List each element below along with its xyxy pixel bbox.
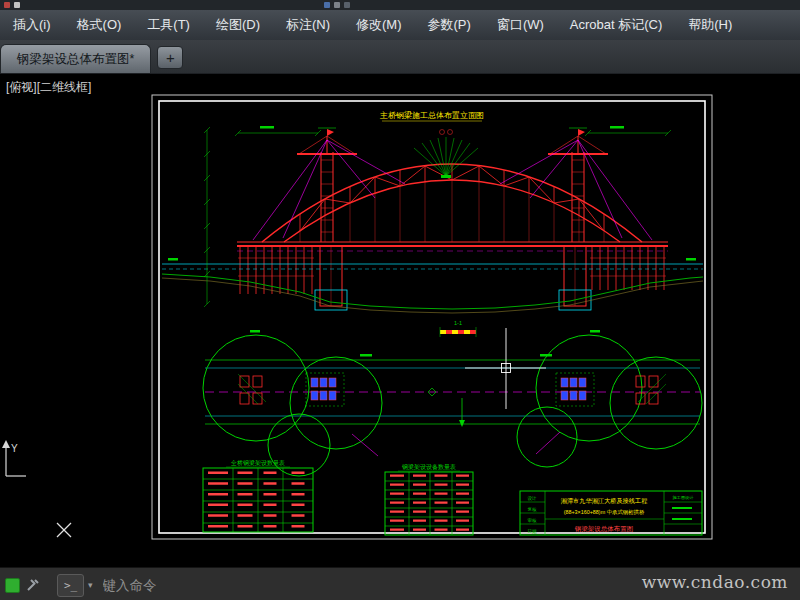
elevation-view: 1-1 [162,126,703,337]
drawing-sheet-title: 主桥钢梁施工总体布置立面图 [379,110,484,121]
watermark: www.cndao.com [642,572,788,592]
table-center-title: 钢梁架设设备数量表 [401,463,456,471]
menu-bar: 插入(i) 格式(O) 工具(T) 绘图(D) 标注(N) 修改(M) 参数(P… [0,10,800,40]
autocad-window: 插入(i) 格式(O) 工具(T) 绘图(D) 标注(N) 修改(M) 参数(P… [0,0,800,600]
dimension-chains [168,126,696,307]
menu-help[interactable]: 帮助(H) [675,10,745,40]
quantity-table-left: 全桥钢梁架设数量表 [203,459,313,532]
detail-circles [203,335,702,476]
file-tab-bar: 钢梁架设总体布置图* + [0,40,800,74]
new-tab-button[interactable]: + [157,46,183,69]
toolbar-icon-view[interactable] [344,2,350,8]
title-block-cell-review: 审核 [528,518,538,523]
menu-draw[interactable]: 绘图(D) [203,10,273,40]
water-ground-lines [162,264,703,313]
chevron-down-icon[interactable]: ▾ [88,580,93,590]
quick-access-toolbar [0,0,800,10]
file-tab-label: 钢梁架设总体布置图* [17,52,134,66]
table-left-title: 全桥钢梁架设数量表 [230,459,285,466]
toolbar-icon-blue[interactable] [324,2,330,8]
menu-modify[interactable]: 修改(M) [343,10,415,40]
menu-format[interactable]: 格式(O) [64,10,135,40]
drawing-canvas[interactable]: [俯视][二维线框] 主桥钢梁施工总体布置立面图 [0,74,800,567]
cable-crane-fan [414,130,478,179]
file-tab-active[interactable]: 钢梁架设总体布置图* [0,44,151,73]
cad-drawing: 主桥钢梁施工总体布置立面图 [0,74,800,567]
menu-acrobat[interactable]: Acrobat 标记(C) [557,10,675,40]
command-input[interactable] [101,577,425,594]
menu-tools[interactable]: 工具(T) [134,10,203,40]
title-block-cell-design: 设计 [528,495,538,501]
right-pier-cap-plan [556,373,666,406]
plan-annotations [250,330,600,456]
section-label: 1-1 [454,320,462,326]
viewport-controls[interactable]: [俯视][二维线框] [6,79,91,96]
left-pier-cap-plan [238,373,344,406]
toolbar-icon-red[interactable] [4,2,10,8]
quantity-table-center: 钢梁架设设备数量表 [385,463,473,535]
green-status-icon[interactable] [5,578,20,593]
point-marker [57,523,71,537]
ucs-icon: Y [2,440,26,476]
scale-bar: 1-1 [440,320,476,337]
title-block-cell-date: 日期 [528,529,538,534]
title-block-project-line1: 湘潭市九华湘江大桥及接线工程 [561,497,648,505]
title-block-project-line2: (88+3×160+88)m 中承式钢桁拱桥 [564,509,645,515]
main-piers [315,246,591,310]
menu-insert[interactable]: 插入(i) [0,10,64,40]
crosshair-cursor [465,328,546,409]
toolbar-icon-gray[interactable] [14,2,20,8]
toolbar-icon-cube[interactable] [334,2,340,8]
left-tower-crane [297,128,357,242]
right-trestle [590,246,666,290]
ucs-y-label: Y [11,443,18,454]
command-prompt-icon[interactable]: >_ [57,574,84,597]
elevation-title-text: 主桥钢梁施工总体布置立面图 [379,110,484,120]
title-block: 设计 复核 审核 日期 湘潭市九华湘江大桥及接线工程 (88+3×160+88)… [520,491,702,535]
plan-view [203,330,702,476]
menu-window[interactable]: 窗口(W) [484,10,557,40]
customize-icon[interactable] [25,577,41,593]
menu-parametric[interactable]: 参数(P) [415,10,484,40]
title-block-stage: 施工图设计 [673,495,695,500]
title-block-cell-check: 复核 [528,507,538,512]
menu-dimension[interactable]: 标注(N) [273,10,343,40]
title-block-sheet-title: 钢梁架设总体布置图 [574,525,634,532]
